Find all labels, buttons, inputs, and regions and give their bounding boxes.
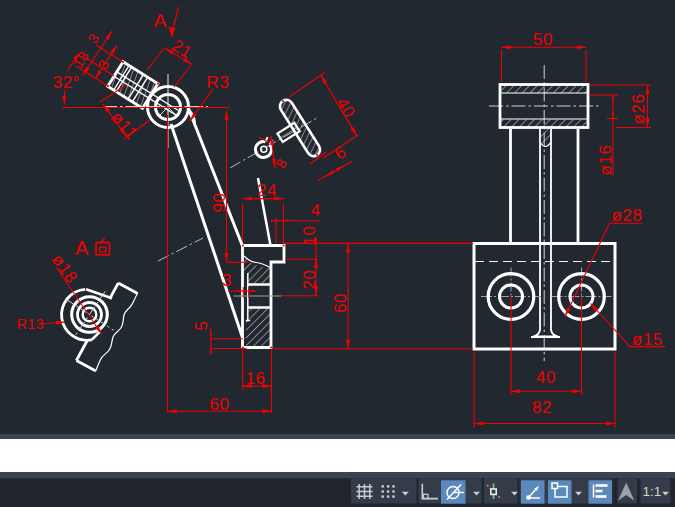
svg-text:32°: 32° [53, 73, 81, 92]
svg-text:6: 6 [331, 142, 350, 163]
svg-text:40: 40 [332, 94, 359, 121]
svg-text:16: 16 [245, 369, 265, 388]
svg-text:ø15: ø15 [632, 330, 663, 349]
svg-text:5: 5 [192, 320, 211, 330]
svg-text:82: 82 [532, 398, 552, 417]
svg-text:50: 50 [533, 30, 553, 49]
svg-text:ø26: ø26 [629, 93, 648, 124]
svg-text:21: 21 [168, 36, 195, 63]
svg-text:10: 10 [300, 225, 319, 245]
svg-text:A: A [154, 10, 167, 31]
svg-text:3: 3 [222, 271, 232, 290]
svg-text:A: A [75, 237, 89, 259]
svg-text:40: 40 [536, 368, 556, 387]
svg-text:ø16: ø16 [596, 144, 615, 175]
svg-text:ø28: ø28 [611, 206, 642, 225]
svg-text:R13: R13 [17, 316, 44, 332]
svg-text:1:1: 1:1 [643, 484, 662, 499]
svg-text:4: 4 [311, 201, 321, 220]
svg-text:ø11: ø11 [107, 108, 141, 143]
svg-text:90: 90 [210, 192, 229, 212]
svg-text:60: 60 [331, 293, 350, 313]
svg-text:8: 8 [272, 155, 290, 170]
svg-text:3: 3 [94, 56, 112, 72]
svg-text:3: 3 [84, 30, 102, 46]
svg-text:20: 20 [300, 269, 319, 289]
svg-text:60: 60 [209, 395, 229, 414]
svg-text:24: 24 [257, 181, 277, 200]
svg-text:R3: R3 [207, 73, 230, 92]
